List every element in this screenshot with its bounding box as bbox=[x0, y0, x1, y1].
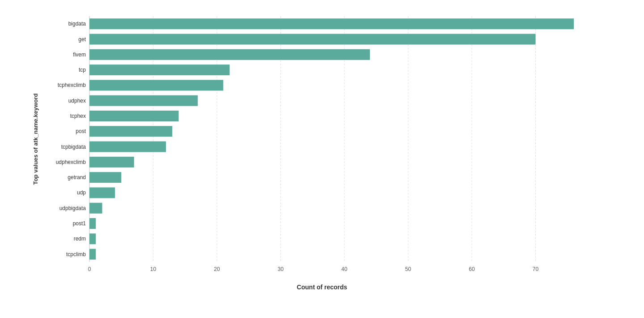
svg-text:tcpbigdata: tcpbigdata bbox=[61, 144, 86, 150]
svg-text:tcp: tcp bbox=[79, 67, 86, 73]
svg-text:tcphexclimb: tcphexclimb bbox=[58, 82, 86, 88]
svg-text:getrand: getrand bbox=[68, 174, 86, 180]
svg-rect-47 bbox=[89, 249, 96, 260]
chart-area: 010203040506070bigdatagetfivemtcptcphexc… bbox=[31, 9, 613, 280]
svg-rect-21 bbox=[89, 49, 370, 60]
chart-container: 010203040506070bigdatagetfivemtcptcphexc… bbox=[13, 4, 631, 314]
svg-rect-17 bbox=[89, 18, 574, 29]
svg-rect-39 bbox=[89, 187, 115, 198]
svg-text:70: 70 bbox=[533, 266, 539, 272]
svg-rect-33 bbox=[89, 142, 166, 152]
svg-text:50: 50 bbox=[405, 266, 411, 272]
svg-text:udpbigdata: udpbigdata bbox=[59, 205, 86, 211]
svg-text:tcpclimb: tcpclimb bbox=[66, 251, 86, 258]
svg-text:tcphex: tcphex bbox=[70, 113, 86, 119]
svg-rect-45 bbox=[89, 233, 96, 244]
svg-text:30: 30 bbox=[278, 266, 284, 272]
svg-rect-25 bbox=[89, 80, 223, 90]
svg-text:udphex: udphex bbox=[68, 98, 86, 104]
svg-rect-43 bbox=[89, 218, 96, 229]
svg-text:redm: redm bbox=[74, 236, 86, 242]
x-axis-label: Count of records bbox=[297, 284, 347, 291]
svg-text:udphexclimb: udphexclimb bbox=[56, 159, 86, 165]
svg-text:fivem: fivem bbox=[73, 52, 86, 58]
svg-rect-31 bbox=[89, 126, 172, 137]
svg-text:20: 20 bbox=[214, 266, 220, 272]
svg-text:10: 10 bbox=[150, 266, 157, 272]
svg-rect-29 bbox=[89, 111, 179, 121]
svg-rect-19 bbox=[89, 34, 536, 45]
svg-rect-35 bbox=[89, 157, 134, 168]
bar-chart: 010203040506070bigdatagetfivemtcptcphexc… bbox=[31, 9, 613, 280]
svg-text:bigdata: bigdata bbox=[68, 21, 86, 27]
svg-text:40: 40 bbox=[341, 266, 347, 272]
svg-text:post1: post1 bbox=[73, 220, 86, 227]
svg-text:60: 60 bbox=[469, 266, 475, 272]
svg-rect-37 bbox=[89, 172, 121, 183]
svg-rect-41 bbox=[89, 203, 102, 214]
svg-text:post: post bbox=[76, 128, 86, 134]
svg-text:udp: udp bbox=[77, 189, 86, 196]
svg-rect-23 bbox=[89, 64, 230, 75]
svg-text:Top values of atk_name.keyword: Top values of atk_name.keyword bbox=[32, 93, 39, 185]
svg-rect-27 bbox=[89, 95, 198, 106]
svg-text:get: get bbox=[78, 36, 86, 43]
svg-text:0: 0 bbox=[88, 266, 91, 272]
